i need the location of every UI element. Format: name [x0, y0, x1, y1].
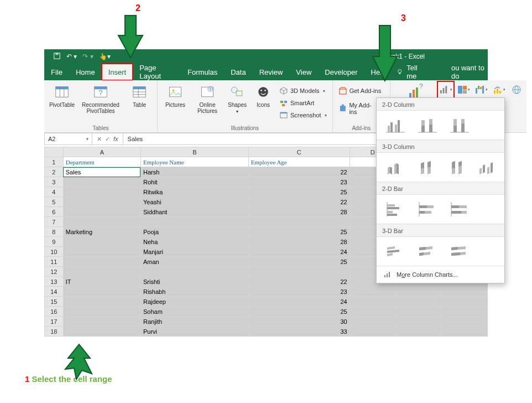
- fx-icon[interactable]: fx: [113, 136, 118, 142]
- tab-view[interactable]: View: [289, 64, 318, 80]
- cell[interactable]: Employee Age: [248, 157, 350, 167]
- cell[interactable]: 28: [248, 237, 350, 247]
- row-header[interactable]: 7: [45, 217, 64, 227]
- cell[interactable]: Purvi: [140, 327, 248, 337]
- shapes-button[interactable]: Shapes▾: [225, 82, 249, 124]
- clustered-column-3d[interactable]: [384, 158, 405, 176]
- cell[interactable]: Soham: [140, 307, 248, 317]
- tab-data[interactable]: Data: [224, 64, 252, 80]
- row-header[interactable]: 3: [45, 177, 64, 187]
- row-header[interactable]: 2: [45, 167, 64, 177]
- column-3d[interactable]: [477, 158, 498, 176]
- tab-developer[interactable]: Developer: [318, 64, 364, 80]
- select-all-corner[interactable]: [45, 147, 64, 157]
- cell[interactable]: [63, 187, 140, 197]
- smartart-button[interactable]: SmartArt: [277, 97, 329, 108]
- row-header[interactable]: 11: [45, 257, 64, 267]
- cell[interactable]: Ritwika: [140, 187, 248, 197]
- tab-page-layout[interactable]: Page Layout: [133, 64, 181, 80]
- cell[interactable]: [63, 207, 140, 217]
- row-header[interactable]: 5: [45, 197, 64, 207]
- stacked-bar-3d[interactable]: [416, 242, 439, 260]
- cell[interactable]: [140, 217, 248, 227]
- cell[interactable]: 33: [248, 327, 350, 337]
- row-header[interactable]: 16: [45, 307, 64, 317]
- tab-file[interactable]: File: [44, 64, 69, 80]
- cell[interactable]: [395, 317, 441, 327]
- tab-home[interactable]: Home: [69, 64, 102, 80]
- cell[interactable]: [441, 297, 487, 307]
- screenshot-button[interactable]: Screenshot▾: [277, 110, 329, 121]
- cell[interactable]: Manjari: [140, 247, 248, 257]
- table-button[interactable]: Table: [125, 82, 154, 124]
- stacked-bar-2d[interactable]: [416, 200, 439, 218]
- clustered-bar-2d[interactable]: [384, 200, 406, 218]
- row-header[interactable]: 14: [45, 287, 64, 297]
- 100-stacked-bar-2d[interactable]: [448, 200, 471, 218]
- cell[interactable]: Rishabh: [140, 287, 248, 297]
- cell[interactable]: [63, 327, 140, 337]
- insert-combo-chart-button[interactable]: ▾: [492, 83, 505, 96]
- cell[interactable]: [63, 287, 140, 297]
- cell[interactable]: [395, 287, 441, 297]
- cell[interactable]: 24: [248, 297, 350, 307]
- chevron-down-icon[interactable]: ▼: [85, 137, 90, 142]
- cell[interactable]: [63, 257, 140, 267]
- cell[interactable]: Rohit: [140, 177, 248, 187]
- cell[interactable]: [350, 307, 395, 317]
- stacked-column-3d[interactable]: [415, 158, 436, 176]
- cell[interactable]: Yeashi: [140, 197, 248, 207]
- cell[interactable]: [248, 217, 350, 227]
- cell[interactable]: [441, 307, 487, 317]
- cell[interactable]: 25: [248, 227, 350, 237]
- row-header[interactable]: 9: [45, 237, 64, 247]
- cell[interactable]: 23: [248, 287, 350, 297]
- col-header-B[interactable]: B: [140, 147, 248, 157]
- cell[interactable]: Department: [63, 157, 140, 167]
- col-header-C[interactable]: C: [248, 147, 350, 157]
- recommended-pivottables-button[interactable]: ? Recommended PivotTables: [80, 82, 122, 124]
- insert-column-chart-button[interactable]: ▾: [439, 83, 452, 96]
- tell-me-search[interactable]: Tell me ou want to do: [397, 64, 488, 80]
- cell[interactable]: [248, 267, 350, 277]
- cell[interactable]: 22: [248, 197, 350, 207]
- cell[interactable]: [441, 287, 487, 297]
- cell[interactable]: 22: [248, 167, 350, 177]
- cell[interactable]: [140, 267, 248, 277]
- cell[interactable]: Aman: [140, 257, 248, 267]
- row-header[interactable]: 13: [45, 277, 64, 287]
- cell[interactable]: [350, 317, 395, 327]
- clustered-bar-3d[interactable]: [384, 242, 406, 260]
- pivottable-button[interactable]: PivotTable: [48, 82, 76, 124]
- row-header[interactable]: 8: [45, 227, 64, 237]
- tab-review[interactable]: Review: [253, 64, 290, 80]
- cell[interactable]: [63, 197, 140, 207]
- cell[interactable]: [63, 247, 140, 257]
- cell[interactable]: [441, 317, 487, 327]
- cell[interactable]: [350, 327, 395, 337]
- cell[interactable]: Rajdeep: [140, 297, 248, 307]
- cell[interactable]: Neha: [140, 237, 248, 247]
- row-header[interactable]: 12: [45, 267, 64, 277]
- row-header[interactable]: 17: [45, 317, 64, 327]
- cell[interactable]: 25: [248, 187, 350, 197]
- cell[interactable]: Harsh: [140, 167, 248, 177]
- insert-waterfall-chart-button[interactable]: ▾: [474, 83, 488, 96]
- cell[interactable]: Marketing: [63, 227, 140, 237]
- 3d-models-button[interactable]: 3D Models▾: [277, 85, 329, 96]
- enter-icon[interactable]: ✓: [105, 136, 110, 143]
- cell[interactable]: 23: [248, 177, 350, 187]
- 100-stacked-bar-3d[interactable]: [448, 242, 471, 260]
- pictures-button[interactable]: Pictures: [161, 82, 190, 124]
- tab-insert[interactable]: Insert: [102, 64, 133, 80]
- insert-hierarchy-chart-button[interactable]: ▾: [457, 83, 470, 96]
- cell[interactable]: [63, 307, 140, 317]
- tab-formulas[interactable]: Formulas: [181, 64, 224, 80]
- cell[interactable]: 30: [248, 317, 350, 327]
- col-header-A[interactable]: A: [63, 147, 140, 157]
- cell[interactable]: Siddhant: [140, 207, 248, 217]
- cell[interactable]: Srishti: [140, 277, 248, 287]
- cell[interactable]: [63, 317, 140, 327]
- online-pictures-button[interactable]: Online Pictures: [193, 82, 222, 124]
- cell[interactable]: Sales: [63, 167, 140, 177]
